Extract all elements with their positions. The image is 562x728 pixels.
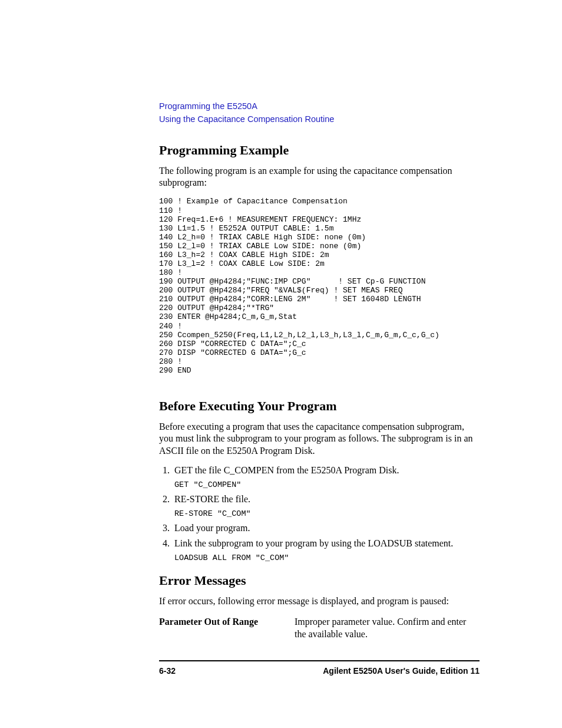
error-definition: Parameter Out of Range Improper paramete… bbox=[159, 616, 480, 641]
step-text: Link the subprogram to your program by u… bbox=[174, 538, 453, 548]
error-description: Improper parameter value. Confirm and en… bbox=[295, 616, 480, 641]
list-item: Load your program. bbox=[172, 523, 480, 533]
breadcrumb-link-2[interactable]: Using the Capacitance Compensation Routi… bbox=[159, 113, 480, 126]
step-code: RE-STORE "C_COM" bbox=[174, 509, 480, 518]
page-content: Programming the E5250A Using the Capacit… bbox=[0, 0, 562, 676]
page-footer: 6-32 Agilent E5250A User's Guide, Editio… bbox=[159, 661, 480, 676]
code-listing: 100 ! Example of Capacitance Compensatio… bbox=[159, 197, 480, 375]
step-text: RE-STORE the file. bbox=[174, 494, 250, 504]
intro-programming-example: The following program is an example for … bbox=[159, 165, 480, 189]
list-item: Link the subprogram to your program by u… bbox=[172, 538, 480, 562]
breadcrumb-link-1[interactable]: Programming the E5250A bbox=[159, 100, 480, 113]
step-code: LOADSUB ALL FROM "C_COM" bbox=[174, 554, 480, 562]
intro-before-executing: Before executing a program that uses the… bbox=[159, 421, 480, 457]
error-label: Parameter Out of Range bbox=[159, 616, 295, 641]
heading-programming-example: Programming Example bbox=[159, 143, 480, 158]
step-code: GET "C_COMPEN" bbox=[174, 480, 480, 489]
list-item: GET the file C_COMPEN from the E5250A Pr… bbox=[172, 465, 480, 489]
heading-before-executing: Before Executing Your Program bbox=[159, 398, 480, 414]
intro-error-messages: If error occurs, following error message… bbox=[159, 595, 480, 607]
page-number: 6-32 bbox=[159, 666, 176, 676]
footer-title: Agilent E5250A User's Guide, Edition 11 bbox=[323, 666, 480, 676]
step-text: GET the file C_COMPEN from the E5250A Pr… bbox=[174, 465, 399, 475]
heading-error-messages: Error Messages bbox=[159, 573, 480, 588]
list-item: RE-STORE the file. RE-STORE "C_COM" bbox=[172, 494, 480, 518]
step-text: Load your program. bbox=[174, 523, 250, 533]
steps-list: GET the file C_COMPEN from the E5250A Pr… bbox=[159, 465, 480, 562]
breadcrumb: Programming the E5250A Using the Capacit… bbox=[159, 100, 480, 126]
